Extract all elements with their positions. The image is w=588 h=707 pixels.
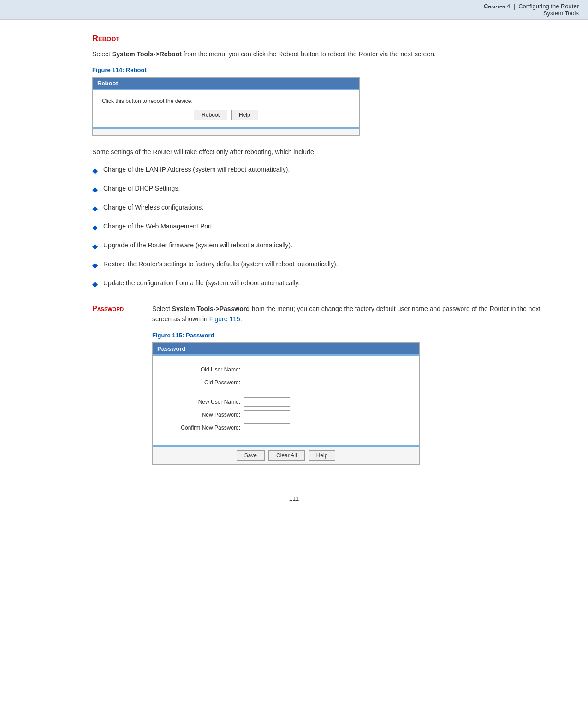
- reboot-btn[interactable]: Reboot: [194, 110, 227, 120]
- pw-clear-all-btn[interactable]: Clear All: [268, 450, 305, 461]
- reboot-ui-buttons: Reboot Help: [102, 110, 350, 120]
- header-separator: |: [514, 3, 515, 10]
- reboot-intro: Select System Tools->Reboot from the men…: [92, 49, 560, 59]
- reboot-figure: Reboot Click this button to reboot the d…: [92, 77, 360, 136]
- bullet-item: ◆Upgrade of the Router firmware (system …: [92, 240, 560, 252]
- pw-form-spacer: [166, 391, 405, 397]
- bullet-text: Change of DHCP Settings.: [103, 184, 180, 193]
- reboot-heading: Reboot: [92, 34, 560, 43]
- figure-115-label: Figure 115: Password: [152, 332, 560, 339]
- bullet-text: Change of the LAN IP Address (system wil…: [103, 165, 290, 174]
- chapter-label: Chapter 4 | Configuring the Router: [0, 3, 579, 10]
- pw-field-label: New Password:: [166, 412, 240, 418]
- pw-field-input[interactable]: [244, 410, 290, 419]
- pw-form-body: Old User Name:Old Password:New User Name…: [153, 356, 419, 445]
- figure-114-label: Figure 114: Reboot: [92, 66, 560, 73]
- pw-field-input[interactable]: [244, 378, 290, 387]
- main-content: Reboot Select System Tools->Reboot from …: [0, 20, 588, 486]
- pw-field-label: New User Name:: [166, 399, 240, 405]
- pw-form-bottom: Save Clear All Help: [153, 447, 419, 464]
- pw-field-input[interactable]: [244, 365, 290, 374]
- pw-form-row: New User Name:: [166, 397, 405, 407]
- chapter-word: Chapter: [484, 3, 505, 10]
- bullet-text: Change of the Web Management Port.: [103, 222, 214, 231]
- pw-field-label: Old Password:: [166, 379, 240, 386]
- bullet-text: Change of Wireless configurations.: [103, 203, 203, 212]
- password-content: Select System Tools->Password from the m…: [152, 304, 560, 465]
- reboot-help-btn[interactable]: Help: [231, 110, 258, 120]
- pw-help-btn[interactable]: Help: [309, 450, 336, 461]
- bullet-diamond-icon: ◆: [92, 222, 98, 233]
- pw-field-input[interactable]: [244, 397, 290, 407]
- pw-field-label: Old User Name:: [166, 366, 240, 373]
- bullet-text: Restore the Router's settings to factory…: [103, 259, 338, 269]
- reboot-ui-body: Click this button to reboot the device. …: [93, 90, 359, 127]
- bullet-item: ◆Change of the LAN IP Address (system wi…: [92, 165, 560, 176]
- bullet-text: Upgrade of the Router firmware (system w…: [103, 240, 292, 250]
- password-bold: System Tools->Password: [172, 305, 250, 312]
- pw-form-row: Old User Name:: [166, 365, 405, 374]
- bullet-item: ◆Change of Wireless configurations.: [92, 203, 560, 214]
- bullet-item: ◆Change of DHCP Settings.: [92, 184, 560, 195]
- bullet-diamond-icon: ◆: [92, 260, 98, 271]
- reboot-ui-text: Click this button to reboot the device.: [102, 98, 350, 104]
- reboot-ui-header: Reboot: [93, 78, 359, 89]
- pw-form-header: Password: [153, 343, 419, 354]
- pw-field-input[interactable]: [244, 423, 290, 432]
- password-intro: Select System Tools->Password from the m…: [152, 304, 560, 324]
- pw-form-row: Confirm New Password:: [166, 423, 405, 432]
- chapter-num: 4: [507, 3, 510, 10]
- bullet-item: ◆Change of the Web Management Port.: [92, 222, 560, 233]
- pw-field-label: Confirm New Password:: [166, 425, 240, 431]
- bullet-item: ◆Update the configuration from a file (s…: [92, 278, 560, 290]
- page-number: – 111 –: [0, 486, 588, 511]
- pw-form-row: Old Password:: [166, 378, 405, 387]
- reboot-bold: System Tools->Reboot: [112, 50, 182, 58]
- figure-115-link[interactable]: Figure 115: [209, 315, 240, 323]
- header-title: Configuring the Router: [518, 3, 579, 10]
- password-figure: Password Old User Name:Old Password:New …: [152, 342, 420, 465]
- password-section: Password Select System Tools->Password f…: [92, 304, 560, 465]
- bullet-diamond-icon: ◆: [92, 241, 98, 252]
- password-side-label: Password: [92, 304, 152, 313]
- bullet-diamond-icon: ◆: [92, 165, 98, 176]
- pw-form-row: New Password:: [166, 410, 405, 419]
- bullet-diamond-icon: ◆: [92, 203, 98, 214]
- bullet-text: Update the configuration from a file (sy…: [103, 278, 300, 288]
- bullet-diamond-icon: ◆: [92, 184, 98, 195]
- page-header: Chapter 4 | Configuring the Router Syste…: [0, 0, 588, 20]
- reboot-ui-bottom: [93, 129, 359, 135]
- header-subtitle: System Tools: [0, 10, 579, 17]
- reboot-note: Some settings of the Router will take ef…: [92, 147, 560, 157]
- reboot-bullets: ◆Change of the LAN IP Address (system wi…: [92, 165, 560, 290]
- pw-save-btn[interactable]: Save: [237, 450, 265, 461]
- bullet-item: ◆Restore the Router's settings to factor…: [92, 259, 560, 271]
- bullet-diamond-icon: ◆: [92, 279, 98, 290]
